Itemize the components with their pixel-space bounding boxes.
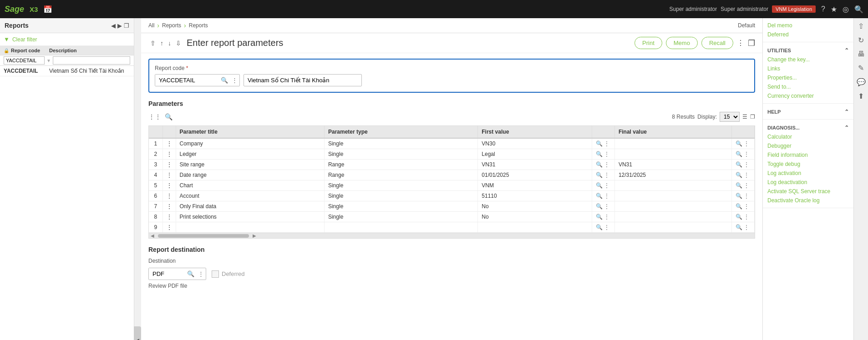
right-bar-comment-icon[interactable]: 💬 — [857, 78, 866, 86]
right-bar-refresh-icon[interactable]: ↻ — [858, 36, 864, 45]
row-drag-3[interactable]: ⋮ — [162, 170, 176, 180]
collapse-sidebar-button[interactable]: ◀ — [134, 326, 141, 340]
table-row[interactable]: 6 ⋮ Account Single 51110 🔍 ⋮ 🔍 ⋮ — [149, 191, 755, 201]
help-toggle[interactable]: ⌃ — [844, 109, 849, 115]
table-row[interactable]: 8 ⋮ Print selections Single No 🔍 ⋮ 🔍 ⋮ — [149, 212, 755, 222]
clear-filter-link[interactable]: Clear filter — [12, 36, 37, 43]
expand-icon[interactable]: ❐ — [748, 38, 755, 48]
deferred-link[interactable]: Deferred — [767, 30, 849, 39]
table-row[interactable]: 5 ⋮ Chart Single VNM 🔍 ⋮ 🔍 ⋮ — [149, 180, 755, 191]
row-more-icon2-6[interactable]: ⋮ — [744, 203, 749, 210]
row-more-icon2-3[interactable]: ⋮ — [744, 172, 749, 178]
deactivate-oracle-log-link[interactable]: Deactivate Oracle log — [767, 196, 849, 205]
calculator-link[interactable]: Calculator — [767, 132, 849, 141]
row-more-icon-7[interactable]: ⋮ — [604, 214, 609, 220]
row-search-icon2-4[interactable]: 🔍 — [736, 182, 742, 189]
nav-up-arrow[interactable]: ↑ — [158, 39, 165, 48]
row-more-icon2-7[interactable]: ⋮ — [744, 214, 749, 220]
toggle-debug-link[interactable]: Toggle debug — [767, 160, 849, 169]
memo-button[interactable]: Memo — [666, 37, 698, 49]
utilities-toggle[interactable]: ⌃ — [844, 47, 849, 54]
target-icon[interactable]: ◎ — [843, 5, 849, 14]
row-more-icon-8[interactable]: ⋮ — [604, 224, 609, 230]
row-search-icon-4[interactable]: 🔍 — [596, 182, 603, 189]
row-search-icon2-3[interactable]: 🔍 — [736, 172, 742, 178]
right-bar-top-icon[interactable]: ⇧ — [858, 22, 864, 30]
row-search-icon2-6[interactable]: 🔍 — [736, 203, 742, 210]
report-code-description-input[interactable] — [244, 74, 362, 86]
filter-desc-input[interactable] — [53, 56, 130, 65]
row-drag-4[interactable]: ⋮ — [162, 180, 176, 191]
row-search-icon-6[interactable]: 🔍 — [596, 203, 603, 210]
sidebar-left-icon[interactable]: ◀ — [111, 22, 116, 29]
del-memo-link[interactable]: Del memo — [767, 21, 849, 30]
sidebar-right-icon[interactable]: ▶ — [117, 22, 122, 29]
row-more-icon-4[interactable]: ⋮ — [604, 182, 609, 189]
nav-top-arrow[interactable]: ⇧ — [148, 39, 157, 48]
scroll-right-arrow[interactable]: ▶ — [251, 233, 258, 238]
row-more-icon2-1[interactable]: ⋮ — [744, 151, 749, 157]
row-more-icon-3[interactable]: ⋮ — [604, 172, 609, 178]
row-more-icon-0[interactable]: ⋮ — [604, 140, 609, 147]
field-information-link[interactable]: Field information — [767, 150, 849, 160]
row-search-icon2-8[interactable]: 🔍 — [736, 224, 742, 230]
report-code-input[interactable] — [155, 75, 219, 86]
row-more-icon-5[interactable]: ⋮ — [604, 193, 609, 199]
change-key-link[interactable]: Change the key... — [767, 55, 849, 64]
row-search-icon2-0[interactable]: 🔍 — [736, 140, 742, 147]
table-row[interactable]: 4 ⋮ Date range Range 01/01/2025 🔍 ⋮ 12/3… — [149, 170, 755, 180]
right-bar-edit-icon[interactable]: ✎ — [858, 64, 864, 72]
table-row[interactable]: 2 ⋮ Ledger Single Legal 🔍 ⋮ 🔍 ⋮ — [149, 149, 755, 160]
display-select[interactable]: 15 25 50 — [720, 112, 740, 122]
row-more-icon-2[interactable]: ⋮ — [604, 161, 609, 168]
search-icon[interactable]: 🔍 — [854, 5, 863, 14]
calendar-icon[interactable]: 📅 — [43, 5, 52, 14]
row-search-icon-8[interactable]: 🔍 — [596, 224, 603, 230]
right-bar-upload-icon[interactable]: ⬆ — [858, 92, 864, 100]
currency-converter-link[interactable]: Currency converter — [767, 91, 849, 100]
print-button[interactable]: Print — [635, 37, 662, 49]
row-drag-6[interactable]: ⋮ — [162, 201, 176, 212]
nav-bottom-arrow[interactable]: ⇩ — [174, 39, 183, 48]
breadcrumb-reports1[interactable]: Reports — [162, 22, 181, 29]
table-row[interactable]: 3 ⋮ Site range Range VN31 🔍 ⋮ VN31 🔍 ⋮ — [149, 160, 755, 170]
horizontal-scrollbar[interactable]: ◀ ▶ — [149, 233, 755, 238]
row-drag-8[interactable]: ⋮ — [162, 222, 176, 233]
destination-search-icon[interactable]: 🔍 — [185, 270, 196, 277]
row-more-icon2-4[interactable]: ⋮ — [744, 182, 749, 189]
row-search-icon2-2[interactable]: 🔍 — [736, 161, 742, 168]
row-search-icon-0[interactable]: 🔍 — [596, 140, 603, 147]
expand-table-icon[interactable]: ❐ — [750, 114, 755, 120]
more-options-icon[interactable]: ⋮ — [737, 39, 744, 47]
right-bar-print-icon[interactable]: 🖶 — [858, 50, 865, 58]
default-label[interactable]: Default — [738, 22, 755, 29]
row-drag-7[interactable]: ⋮ — [162, 212, 176, 222]
properties-link[interactable]: Properties... — [767, 73, 849, 82]
breadcrumb-all[interactable]: All — [148, 22, 154, 29]
diagnosis-toggle[interactable]: ⌃ — [844, 125, 849, 131]
sidebar-list-item[interactable]: YACCDETAIL Vietnam Số Chi Tiết Tài Khoản — [0, 66, 134, 76]
row-more-icon2-8[interactable]: ⋮ — [744, 224, 749, 230]
report-code-search-icon[interactable]: 🔍 — [219, 77, 230, 84]
row-more-icon-1[interactable]: ⋮ — [604, 151, 609, 157]
row-search-icon-5[interactable]: 🔍 — [596, 193, 603, 199]
row-search-icon2-5[interactable]: 🔍 — [736, 193, 742, 199]
row-search-icon2-1[interactable]: 🔍 — [736, 151, 742, 157]
scroll-left-arrow[interactable]: ◀ — [149, 233, 156, 238]
nav-down-arrow[interactable]: ↓ — [166, 39, 173, 48]
table-row[interactable]: 9 ⋮ 🔍 ⋮ 🔍 ⋮ — [149, 222, 755, 233]
legislation-badge[interactable]: VNM Legislation — [772, 5, 816, 13]
row-search-icon2-7[interactable]: 🔍 — [736, 214, 742, 220]
row-more-icon2-0[interactable]: ⋮ — [744, 140, 749, 147]
debugger-link[interactable]: Debugger — [767, 141, 849, 150]
report-code-more-icon[interactable]: ⋮ — [230, 77, 239, 84]
scroll-thumb[interactable] — [158, 234, 249, 238]
layer-icon[interactable]: ☰ — [742, 114, 747, 120]
row-drag-5[interactable]: ⋮ — [162, 191, 176, 201]
row-search-icon-1[interactable]: 🔍 — [596, 151, 603, 157]
table-row[interactable]: 1 ⋮ Company Single VN30 🔍 ⋮ 🔍 ⋮ — [149, 138, 755, 149]
send-to-link[interactable]: Send to... — [767, 82, 849, 91]
row-more-icon2-5[interactable]: ⋮ — [744, 193, 749, 199]
params-drag-icon[interactable]: ⋮⋮ — [148, 113, 161, 120]
log-activation-link[interactable]: Log activation — [767, 169, 849, 178]
